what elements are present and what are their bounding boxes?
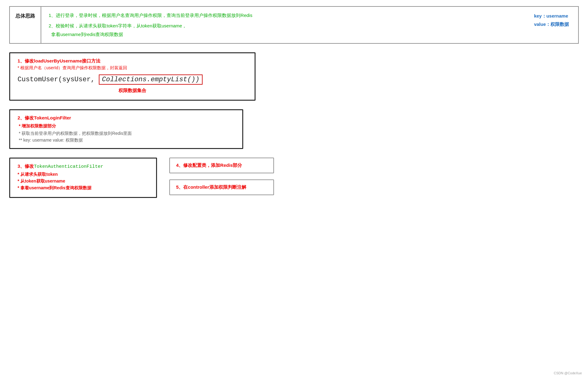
overview-line3: 拿着username到redis查询权限数据 — [49, 31, 571, 38]
section4-line2: * 从token获取username — [18, 179, 149, 184]
section4-title: 3、修改TokenAuthenticationFilter — [18, 163, 149, 169]
section2-subtitle: * 根据用户名（userId）查询用户操作权限数据，封装返回 — [18, 65, 247, 71]
section3-title: 2、修改TokenLoginFilter — [18, 115, 235, 121]
code-prefix: CustomUser(sysUser, — [18, 76, 95, 83]
quanxian-label: 权限数据集合 — [18, 88, 247, 94]
box5-title: 5、在controller添加权限判断注解 — [176, 184, 267, 190]
box4: 4、修改配置类，添加Redis部分 — [169, 158, 274, 173]
overview-label: 总体思路 — [10, 7, 41, 26]
section4-title-code: TokenAuthenticationFilter — [34, 164, 103, 169]
watermark: CSDN @CodeXue — [554, 371, 582, 375]
section3-line1: * 获取当前登录用户的权限数据，把权限数据放到Redis里面 — [18, 131, 235, 136]
box4-title: 4、修改配置类，添加Redis部分 — [176, 163, 267, 168]
overview-line2: 2、校验时候，从请求头获取token字符串，从token获取username， — [49, 22, 571, 30]
kv-key: key：username — [534, 12, 569, 20]
box5: 5、在controller添加权限判断注解 — [169, 179, 274, 195]
section2-box: 1、修改loadUserByUsername接口方法 * 根据用户名（userI… — [9, 52, 256, 101]
overview-key-value: key：username value：权限数据 — [534, 12, 569, 28]
section2-title: 1、修改loadUserByUsername接口方法 — [18, 58, 247, 64]
right-boxes: 4、修改配置类，添加Redis部分 5、在controller添加权限判断注解 — [169, 158, 274, 195]
section3-box: 2、修改TokenLoginFilter * 增加权限数据部分 * 获取当前登录… — [9, 109, 243, 149]
overview-line1: 1、进行登录，登录时候，根据用户名查询用户操作权限，查询当前登录用户操作权限数据… — [49, 12, 571, 19]
section4-line1: * 从请求头获取token — [18, 172, 149, 177]
overview-section: 总体思路 1、进行登录，登录时候，根据用户名查询用户操作权限，查询当前登录用户操… — [9, 6, 579, 44]
section4-title-prefix: 3、修改 — [18, 163, 34, 169]
section3-sub: * 增加权限数据部分 — [18, 123, 235, 129]
kv-value: value：权限数据 — [534, 20, 569, 28]
section4-box: 3、修改TokenAuthenticationFilter * 从请求头获取to… — [9, 158, 157, 198]
overview-content: 1、进行登录，登录时候，根据用户名查询用户操作权限，查询当前登录用户操作权限数据… — [41, 7, 578, 43]
code-box: Collections.emptyList()) — [99, 74, 203, 85]
section2-code-line: CustomUser(sysUser, Collections.emptyLis… — [18, 74, 247, 85]
section4-line3: * 拿着username到Redis查询权限数据 — [18, 185, 149, 191]
bottom-row: 3、修改TokenAuthenticationFilter * 从请求头获取to… — [9, 158, 579, 198]
section3-line2: ** key: username value: 权限数据 — [18, 138, 235, 143]
